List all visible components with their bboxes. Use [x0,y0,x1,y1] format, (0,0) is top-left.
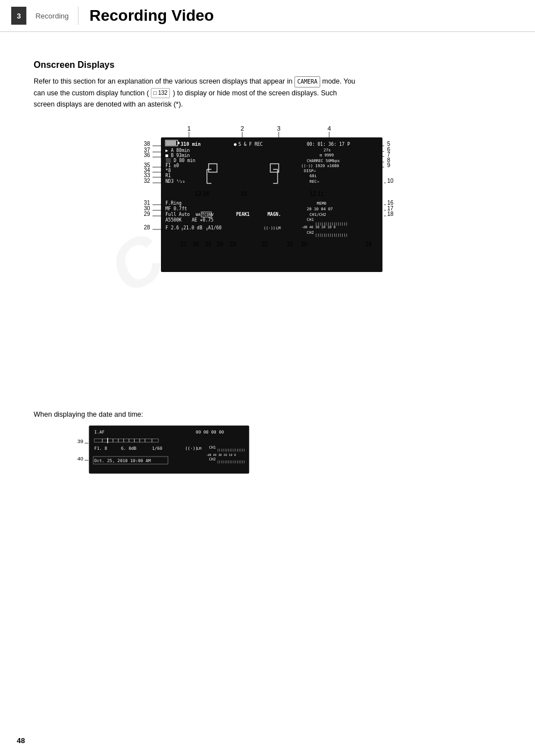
svg-text:((·)): ((·)) [185,445,198,450]
section-heading: Onscreen Displays [34,60,501,70]
svg-text:||||||||||||||||: |||||||||||||||| [217,448,245,452]
svg-text:S & F REC: S & F REC [238,142,263,147]
svg-text:22: 22 [261,241,268,247]
svg-text:WA: WA [196,213,201,217]
svg-text:1/60: 1/60 [152,445,163,450]
svg-text:AE +0.75: AE +0.75 [192,218,214,223]
svg-rect-10 [178,142,179,144]
svg-text:LM: LM [197,446,201,450]
svg-text:CH1: CH1 [307,218,314,222]
section-description: Refer to this section for an explanation… [34,76,359,110]
svg-text:13 14: 13 14 [195,191,209,197]
svg-text:●: ● [234,142,237,147]
content-area: Onscreen Displays Refer to this section … [0,32,535,501]
svg-text:((·)) 1920 x1080: ((·)) 1920 x1080 [301,164,339,168]
svg-text:24: 24 [216,241,223,247]
svg-text:39: 39 [77,438,84,444]
svg-text:27: 27 [180,241,187,247]
svg-text:20: 20 [301,241,307,247]
svg-text:3: 3 [277,125,280,132]
svg-text:28: 28 [144,224,150,231]
svg-text:60i: 60i [310,174,317,178]
breadcrumb: Recording [35,7,78,25]
svg-text:310 min: 310 min [181,141,201,147]
svg-text:-dB 40 30 20   10   0: -dB 40 30 20 10 0 [301,225,336,229]
svg-text:ND3 ¹⁄₁₆: ND3 ¹⁄₁₆ [165,179,185,184]
svg-text:||||||||||||||||: |||||||||||||||| [315,233,348,237]
svg-text:26: 26 [192,241,199,247]
svg-text:23: 23 [229,241,236,247]
page-title: Recording Video [90,7,214,25]
svg-rect-11 [166,141,176,145]
date-section: When displaying the date and time: I.AF … [34,411,501,479]
camera-badge: CAMERA [294,76,320,87]
svg-text:36: 36 [144,152,150,158]
diagram-container: 1 2 3 4 310 min ● S & F REC 00: 01: 36: … [94,119,441,399]
svg-text:MAGN.: MAGN. [268,212,281,217]
svg-text:||||||||||||||||: |||||||||||||||| [217,460,245,464]
ref-badge: □ 132 [151,88,170,98]
svg-text:10: 10 [387,178,394,184]
svg-text:LM: LM [276,226,280,231]
svg-text:F1. 8: F1. 8 [94,445,107,450]
svg-text:CH2: CH2 [209,457,216,461]
svg-text:Full Auto: Full Auto [165,212,190,217]
svg-rect-8 [161,137,382,272]
svg-text:CH1/CH2: CH1/CH2 [310,213,326,217]
svg-text:9: 9 [387,162,390,168]
page-number-badge: 3 [11,7,26,25]
svg-text:12 11: 12 11 [310,191,324,197]
svg-text:00: 01: 36: 17 P: 00: 01: 36: 17 P [307,142,350,147]
svg-text:19: 19 [365,241,372,247]
svg-text:MF  0.7ft: MF 0.7ft [165,206,187,211]
svg-text:25: 25 [205,241,211,247]
svg-text:▶ A 80min: ▶ A 80min [165,148,190,153]
svg-text:2: 2 [241,125,244,132]
svg-text:DISP→: DISP→ [304,169,316,173]
svg-text:38: 38 [144,141,150,147]
svg-text:⊟ 9999: ⊟ 9999 [320,153,334,158]
svg-text:29: 29 [144,211,150,217]
svg-text:((·)): ((·)) [264,226,275,231]
svg-text:27s: 27s [324,148,331,153]
svg-text:21: 21 [287,241,293,247]
svg-text:15: 15 [241,191,247,197]
svg-text:1: 1 [187,125,191,132]
svg-text:21.0 dB: 21.0 dB [183,225,202,231]
svg-text:F 2.6: F 2.6 [165,225,179,231]
svg-text:F.Ring: F.Ring [165,201,182,206]
svg-text:■ B 93min: ■ B 93min [165,153,190,158]
svg-text:MEM0: MEM0 [317,201,326,206]
svg-text:20 10 04 07: 20 10 04 07 [307,207,333,211]
svg-text:32: 32 [144,178,150,184]
svg-text:Oct. 25, 2010 10:00 AM: Oct. 25, 2010 10:00 AM [94,458,151,463]
svg-text:⬛ D 80 min: ⬛ D 80 min [165,158,196,163]
svg-text:A1/60: A1/60 [208,225,222,231]
svg-text:CHARREC 50Mbps: CHARREC 50Mbps [307,159,340,163]
svg-text:6. 0dB: 6. 0dB [121,445,137,450]
main-diagram: 1 2 3 4 310 min ● S & F REC 00: 01: 36: … [99,119,436,399]
svg-text:4: 4 [328,125,331,132]
date-label: When displaying the date and time: [34,411,501,418]
svg-text:R1: R1 [165,173,171,178]
svg-text:PEAK1: PEAK1 [236,212,250,217]
page-footer: 48 [17,736,25,745]
svg-text:I.AF: I.AF [94,430,105,435]
svg-text:-dB 40 30 20  10  0: -dB 40 30 20 10 0 [206,453,236,457]
svg-text:40: 40 [77,455,84,461]
svg-text:F1 ±0: F1 ±0 [165,163,179,168]
svg-text:CH2: CH2 [307,231,314,235]
page-header: 3 Recording Recording Video [0,0,535,32]
svg-text:*8: *8 [165,168,171,173]
svg-text:REC→: REC→ [310,179,319,184]
svg-text:CH1: CH1 [209,445,216,449]
svg-text:18: 18 [387,211,394,217]
date-diagram: I.AF 00 00 00 00 F1. 8 6. 0dB 1/60 ((·))… [67,423,303,479]
svg-text:TCONV: TCONV [202,213,214,217]
svg-text:A5500K: A5500K [165,218,182,223]
svg-text:00 00  00  00: 00 00 00 00 [196,430,224,435]
